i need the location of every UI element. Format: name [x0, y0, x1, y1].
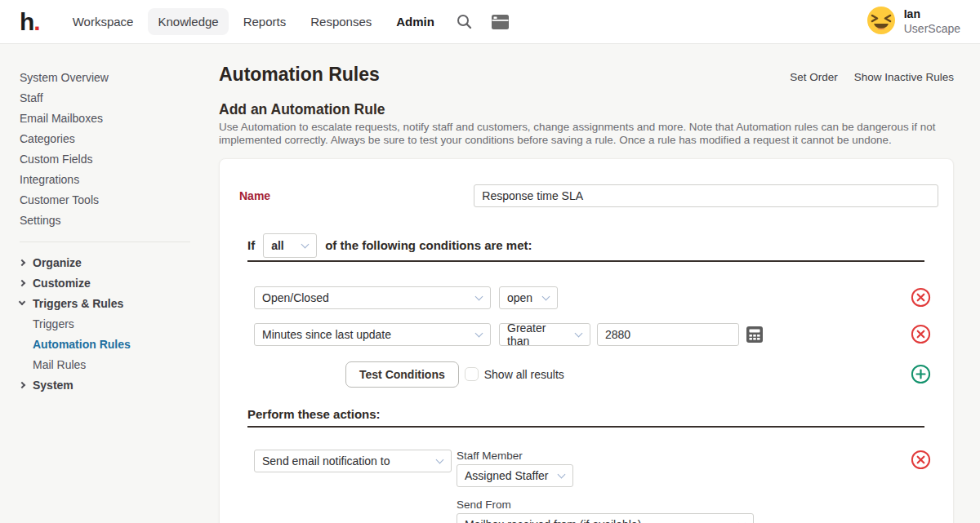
- name-row: Name: [239, 184, 938, 207]
- conditions-divider: [247, 260, 924, 262]
- send-from-label: Send From: [457, 499, 754, 511]
- chevron-down-icon: [475, 292, 483, 300]
- chevron-right-icon: [20, 383, 33, 388]
- sidebar-section-organize[interactable]: Organize: [20, 252, 212, 273]
- staff-member-select[interactable]: Assigned Staffer: [457, 464, 573, 487]
- staff-member-label: Staff Member: [457, 450, 754, 462]
- actions-divider: [247, 426, 924, 428]
- profile-text: Ian UserScape: [904, 7, 960, 36]
- set-order-link[interactable]: Set Order: [790, 71, 838, 83]
- show-inactive-rules-link[interactable]: Show Inactive Rules: [854, 71, 954, 83]
- chevron-down-icon: [301, 240, 310, 248]
- chevron-down-icon: [575, 329, 583, 337]
- sidebar-item-integrations[interactable]: Integrations: [20, 169, 212, 189]
- sidebar-section-triggers-rules[interactable]: Triggers & Rules: [20, 293, 212, 313]
- sidebar-item-categories[interactable]: Categories: [20, 128, 212, 148]
- avatar: [866, 6, 896, 38]
- sidebar-item-automation-rules[interactable]: Automation Rules: [20, 334, 212, 354]
- user-profile[interactable]: Ian UserScape: [866, 6, 960, 38]
- chevron-right-icon: [20, 260, 33, 265]
- conditions-header-row: If all of the following conditions are m…: [247, 233, 938, 258]
- sidebar-item-triggers[interactable]: Triggers: [20, 313, 212, 334]
- nav-responses[interactable]: Responses: [301, 8, 381, 35]
- delete-condition-icon[interactable]: [911, 287, 931, 308]
- name-label: Name: [239, 189, 474, 202]
- sidebar-item-mail-rules[interactable]: Mail Rules: [20, 354, 212, 375]
- match-type-select[interactable]: all: [263, 233, 317, 258]
- test-conditions-row: Test Conditions Show all results: [345, 361, 931, 388]
- page-actions: Set Order Show Inactive Rules: [790, 71, 954, 83]
- show-all-results-checkbox[interactable]: [465, 367, 479, 381]
- test-conditions-button[interactable]: Test Conditions: [345, 361, 459, 388]
- main-content: Automation Rules Set Order Show Inactive…: [212, 44, 980, 523]
- admin-sidebar: System Overview Staff Email Mailboxes Ca…: [0, 44, 212, 395]
- chevron-down-icon: [738, 519, 746, 523]
- automation-rule-form-card: Name If all of the following conditions …: [219, 158, 954, 523]
- sidebar-section-customize[interactable]: Customize: [20, 273, 212, 293]
- nav-workspace[interactable]: Workspace: [63, 8, 144, 35]
- sidebar-item-email-mailboxes[interactable]: Email Mailboxes: [20, 108, 212, 128]
- nav-knowledge[interactable]: Knowledge: [148, 8, 228, 35]
- chevron-down-icon: [475, 329, 483, 337]
- sidebar-item-customer-tools[interactable]: Customer Tools: [20, 189, 212, 210]
- add-rule-heading: Add an Automation Rule: [219, 101, 954, 118]
- perform-actions-heading: Perform these actions:: [247, 407, 938, 421]
- sidebar-divider: [20, 242, 190, 242]
- rule-name-input[interactable]: [474, 184, 938, 207]
- delete-action-icon[interactable]: [911, 450, 931, 470]
- sidebar-section-system[interactable]: System: [20, 375, 212, 395]
- logo-dot: .: [33, 8, 39, 35]
- action-type-select[interactable]: Send email notification to: [254, 450, 452, 472]
- sidebar-item-custom-fields[interactable]: Custom Fields: [20, 148, 212, 169]
- chevron-right-icon: [20, 281, 33, 286]
- profile-company: UserScape: [904, 22, 960, 37]
- search-icon[interactable]: [456, 13, 473, 30]
- header-icons: [456, 13, 510, 30]
- condition-row: Open/Closed open: [254, 286, 931, 309]
- sidebar-item-settings[interactable]: Settings: [20, 210, 212, 230]
- main-nav: Workspace Knowledge Reports Responses Ad…: [63, 8, 444, 35]
- top-navbar: h. Workspace Knowledge Reports Responses…: [0, 0, 980, 44]
- send-from-select[interactable]: Mailbox received from (if available): [457, 513, 754, 523]
- chevron-down-icon: [436, 455, 444, 463]
- delete-condition-icon[interactable]: [911, 324, 931, 344]
- inbox-icon[interactable]: [491, 14, 510, 30]
- nav-admin[interactable]: Admin: [386, 8, 444, 35]
- show-all-results-label: Show all results: [484, 368, 564, 381]
- profile-name: Ian: [904, 7, 960, 22]
- conditions-suffix-label: of the following conditions are met:: [325, 238, 532, 252]
- chevron-down-icon: [20, 302, 33, 304]
- sidebar-item-system-overview[interactable]: System Overview: [20, 67, 212, 87]
- add-rule-description: Use Automation to escalate requests, not…: [219, 121, 951, 147]
- chevron-down-icon: [558, 470, 566, 478]
- nav-reports[interactable]: Reports: [234, 8, 296, 35]
- add-condition-icon[interactable]: [911, 364, 931, 384]
- chevron-down-icon: [542, 292, 550, 300]
- condition-field-select[interactable]: Minutes since last update: [254, 323, 491, 346]
- condition-field-select[interactable]: Open/Closed: [254, 286, 491, 309]
- action-parameters: Staff Member Assigned Staffer Send From …: [457, 450, 754, 523]
- page-title: Automation Rules: [219, 64, 380, 86]
- condition-value-select[interactable]: open: [499, 286, 558, 309]
- condition-operator-select[interactable]: Greater than: [499, 323, 590, 346]
- condition-value-input[interactable]: [597, 323, 739, 346]
- sidebar-item-staff[interactable]: Staff: [20, 87, 212, 108]
- calculator-icon[interactable]: [746, 326, 764, 343]
- app-logo[interactable]: h.: [20, 10, 40, 34]
- if-label: If: [247, 238, 255, 252]
- condition-row: Minutes since last update Greater than: [254, 323, 931, 346]
- action-row: Send email notification to Staff Member …: [254, 450, 931, 523]
